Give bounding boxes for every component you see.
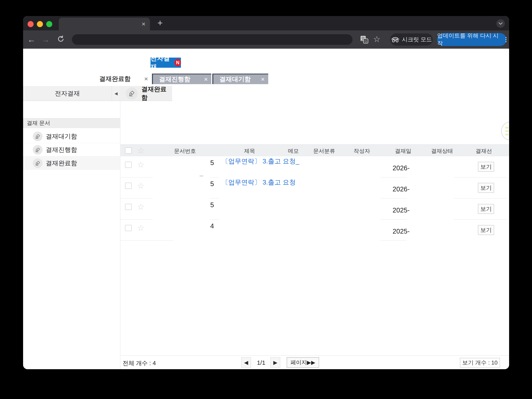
approval-date: 2026- (383, 164, 419, 172)
url-input[interactable] (72, 34, 353, 45)
app-page: 전자결재 N 결재완료함 × 결재진행함 × 결재대기함 × 전자결재 ◀ 결재… (23, 49, 509, 369)
incognito-badge: 시크릿 모드 (390, 33, 433, 46)
app-tab-waiting[interactable]: 결재대기함 × (212, 74, 268, 84)
incognito-icon (391, 37, 399, 43)
pen-icon (33, 158, 43, 168)
logo-badge: N (174, 59, 181, 66)
footer-divider (120, 355, 509, 356)
browser-toolbar: ← → 文G ☆ 시크릿 모드 업데이트를 위해 다시 시작 (23, 30, 509, 49)
page-indicator: 1/1 (254, 359, 268, 366)
tab-search-chevron-button[interactable] (496, 19, 505, 28)
view-button[interactable]: 보기 (478, 162, 494, 172)
new-tab-button[interactable]: + (155, 18, 165, 28)
traffic-close-button[interactable] (28, 21, 34, 27)
app-tab-label: 결재완료함 (99, 75, 131, 83)
row-separator (120, 177, 153, 177)
pen-icon (33, 132, 43, 141)
column-header-status: 결재상태 (420, 147, 464, 155)
row-separator (454, 198, 507, 199)
row-separator (210, 198, 219, 199)
app-tab-label: 결재진행함 (159, 75, 190, 84)
app-tab-close-icon[interactable]: × (261, 76, 265, 83)
approval-date: 2026- (383, 185, 419, 193)
sidebar-item-completed[interactable]: 결재완료함 (23, 156, 120, 170)
app-tab-label: 결재대기함 (219, 75, 251, 84)
table-header: ☆ 문서번호 제목 메모 문서분류 작성자 결재일 결재상태 결재선 (120, 144, 509, 156)
reload-icon (57, 35, 65, 43)
doc-title-link[interactable]: 〔업무연락〕 3.출고 요청_ (222, 157, 299, 166)
column-header-doc-number: 문서번호 (163, 147, 207, 155)
prev-page-button[interactable]: ◀ (241, 357, 251, 368)
browser-window: × + ← → 文G ☆ 시크릿 모드 업데이트를 위해 다시 시작 전자결재 (23, 16, 509, 369)
chevron-down-icon (498, 22, 503, 25)
reload-button[interactable] (56, 35, 65, 44)
next-page-button[interactable]: ▶ (271, 357, 280, 368)
row-separator (120, 198, 153, 199)
sidebar-section-label: 결재 문서 (27, 119, 50, 127)
page-jump-button[interactable]: 페이지▶▶ (287, 357, 319, 368)
svg-text:G: G (364, 39, 367, 43)
app-tab-in-progress[interactable]: 결재진행함 × (152, 74, 211, 84)
select-all-checkbox[interactable] (125, 147, 132, 154)
row-star-icon[interactable]: ☆ (137, 161, 145, 169)
pen-icon (33, 145, 43, 155)
column-header-date: 결재일 (381, 147, 425, 155)
sidebar-item-label: 결재진행함 (46, 146, 77, 154)
truncated-text-mark: _ (200, 169, 203, 176)
sidebar-item-waiting[interactable]: 결재대기함 (23, 130, 120, 143)
row-separator (454, 177, 507, 177)
app-tab-completed[interactable]: 결재완료함 × (93, 74, 152, 84)
browser-tab[interactable]: × (59, 18, 150, 30)
quick-menu-widget[interactable] (501, 122, 509, 140)
sidebar-item-label: 결재대기함 (46, 132, 77, 141)
sidebar-collapse-button[interactable]: ◀ (112, 86, 120, 101)
row-separator (120, 240, 173, 241)
back-button[interactable]: ← (27, 35, 36, 44)
row-star-icon[interactable]: ☆ (137, 182, 145, 190)
tab-close-icon[interactable]: × (142, 20, 146, 27)
app-tab-close-icon[interactable]: × (144, 75, 148, 82)
sidebar-title: 전자결재 (23, 86, 112, 101)
doc-number: 4 (190, 222, 214, 230)
row-separator (380, 177, 407, 177)
sidebar-section-header: 결재 문서 (23, 118, 120, 128)
row-separator (380, 198, 407, 199)
total-count-label: 전체 개수 : 4 (123, 359, 156, 367)
row-checkbox[interactable] (125, 204, 132, 210)
browser-menu-icon[interactable] (506, 37, 507, 42)
row-separator (380, 240, 407, 241)
incognito-label: 시크릿 모드 (402, 36, 432, 43)
update-label: 업데이트를 위해 다시 시작 (437, 32, 503, 47)
logo-text: 전자결재 (151, 54, 173, 71)
sidebar-item-label: 결재완료함 (46, 159, 77, 167)
traffic-minimize-button[interactable] (37, 21, 43, 27)
approval-date: 2025- (383, 206, 419, 214)
sidebar-item-in-progress[interactable]: 결재진행함 (23, 143, 120, 156)
update-restart-button[interactable]: 업데이트를 위해 다시 시작 (437, 33, 507, 46)
doc-number: 5 (190, 180, 214, 188)
view-button[interactable]: 보기 (478, 183, 494, 193)
forward-button[interactable]: → (41, 35, 50, 44)
pen-icon (126, 87, 138, 100)
browser-tab-bar: × + (23, 16, 509, 30)
row-checkbox[interactable] (125, 161, 132, 168)
content-header: 결재완료함 (120, 86, 172, 101)
translate-icon[interactable]: 文G (360, 35, 369, 44)
bookmark-star-icon[interactable]: ☆ (373, 34, 380, 44)
traffic-zoom-button[interactable] (46, 21, 52, 27)
column-header-title: 제목 (227, 147, 272, 155)
view-count-selector[interactable]: 보기 개수 : 10 (460, 358, 500, 367)
row-star-icon[interactable]: ☆ (137, 224, 145, 232)
view-button[interactable]: 보기 (478, 204, 494, 214)
doc-title-link[interactable]: 〔업무연락〕 3.출고 요청 (222, 178, 296, 187)
star-header-icon: ☆ (137, 147, 145, 155)
approval-date: 2025- (383, 227, 419, 235)
view-button[interactable]: 보기 (478, 225, 494, 235)
row-checkbox[interactable] (125, 225, 132, 231)
row-star-icon[interactable]: ☆ (137, 203, 145, 211)
row-checkbox[interactable] (125, 183, 132, 189)
column-header-line: 결재선 (462, 147, 506, 155)
content-header-title: 결재완료함 (141, 85, 172, 102)
app-tab-close-icon[interactable]: × (204, 76, 208, 83)
doc-number: 5 (190, 201, 214, 209)
